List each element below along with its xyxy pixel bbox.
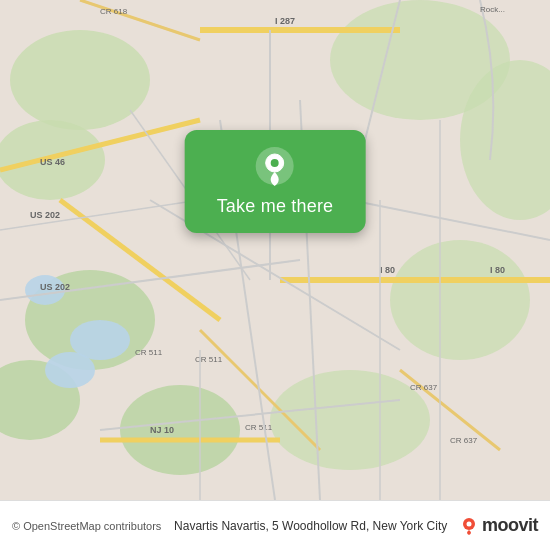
moovit-pin-icon: [460, 517, 478, 535]
svg-text:CR 637: CR 637: [410, 383, 438, 392]
button-overlay: Take me there: [185, 130, 366, 233]
svg-text:CR 618: CR 618: [100, 7, 128, 16]
take-me-there-button[interactable]: Take me there: [217, 194, 334, 219]
svg-point-50: [271, 159, 279, 167]
location-label: Navartis Navartis, 5 Woodhollow Rd, New …: [161, 519, 460, 533]
svg-text:US 46: US 46: [40, 157, 65, 167]
svg-point-7: [390, 240, 530, 360]
moovit-brand-text: moovit: [482, 515, 538, 536]
svg-text:I 287: I 287: [275, 16, 295, 26]
svg-point-1: [10, 30, 150, 130]
map-container: I 287 I 80 I 80 NJ 10 US 46 US 202 US 20…: [0, 0, 550, 500]
svg-text:Rock...: Rock...: [480, 5, 505, 14]
map-attribution: © OpenStreetMap contributors: [12, 520, 161, 532]
bottom-bar: © OpenStreetMap contributors Navartis Na…: [0, 500, 550, 550]
svg-text:US 202: US 202: [30, 210, 60, 220]
location-pin-icon: [255, 146, 295, 186]
moovit-logo: moovit: [460, 515, 538, 536]
svg-point-9: [120, 385, 240, 475]
svg-point-11: [45, 352, 95, 388]
svg-point-52: [466, 521, 471, 526]
svg-text:CR 511: CR 511: [245, 423, 273, 432]
svg-text:NJ 10: NJ 10: [150, 425, 174, 435]
location-card: Take me there: [185, 130, 366, 233]
svg-text:I 80: I 80: [380, 265, 395, 275]
svg-text:CR 511: CR 511: [135, 348, 163, 357]
svg-text:CR 637: CR 637: [450, 436, 478, 445]
svg-point-8: [270, 370, 430, 470]
svg-text:I 80: I 80: [490, 265, 505, 275]
svg-text:CR 511: CR 511: [195, 355, 223, 364]
